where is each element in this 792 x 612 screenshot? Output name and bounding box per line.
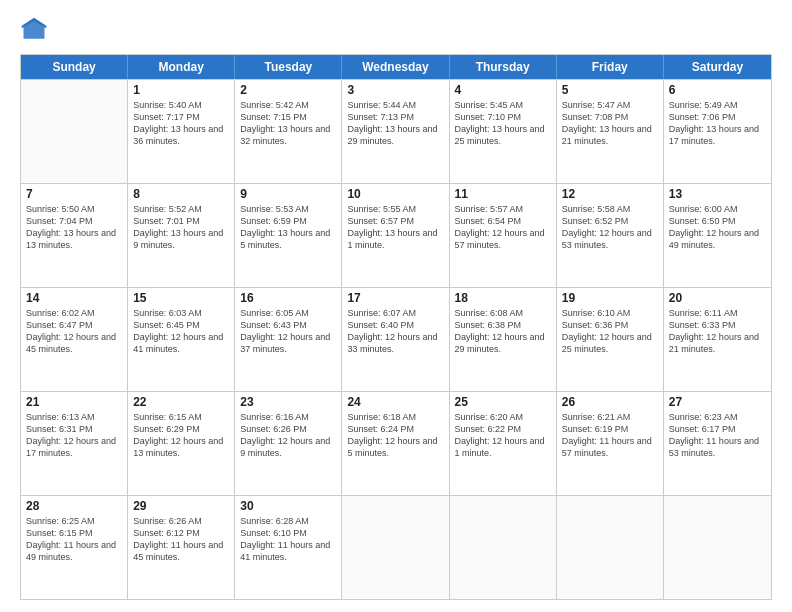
day-number: 13: [669, 187, 766, 201]
calendar-cell-r2c2: 8Sunrise: 5:52 AM Sunset: 7:01 PM Daylig…: [128, 184, 235, 287]
calendar-cell-r2c5: 11Sunrise: 5:57 AM Sunset: 6:54 PM Dayli…: [450, 184, 557, 287]
calendar-cell-r5c1: 28Sunrise: 6:25 AM Sunset: 6:15 PM Dayli…: [21, 496, 128, 599]
calendar-cell-r4c4: 24Sunrise: 6:18 AM Sunset: 6:24 PM Dayli…: [342, 392, 449, 495]
day-info: Sunrise: 6:21 AM Sunset: 6:19 PM Dayligh…: [562, 411, 658, 460]
day-info: Sunrise: 6:16 AM Sunset: 6:26 PM Dayligh…: [240, 411, 336, 460]
day-number: 26: [562, 395, 658, 409]
day-number: 14: [26, 291, 122, 305]
calendar-cell-r4c6: 26Sunrise: 6:21 AM Sunset: 6:19 PM Dayli…: [557, 392, 664, 495]
calendar-cell-r5c5: [450, 496, 557, 599]
calendar-cell-r5c6: [557, 496, 664, 599]
day-info: Sunrise: 6:15 AM Sunset: 6:29 PM Dayligh…: [133, 411, 229, 460]
header-day-sunday: Sunday: [21, 55, 128, 79]
day-info: Sunrise: 6:10 AM Sunset: 6:36 PM Dayligh…: [562, 307, 658, 356]
day-number: 23: [240, 395, 336, 409]
calendar-cell-r2c1: 7Sunrise: 5:50 AM Sunset: 7:04 PM Daylig…: [21, 184, 128, 287]
calendar-cell-r3c5: 18Sunrise: 6:08 AM Sunset: 6:38 PM Dayli…: [450, 288, 557, 391]
day-info: Sunrise: 5:57 AM Sunset: 6:54 PM Dayligh…: [455, 203, 551, 252]
logo-icon: [20, 16, 48, 44]
day-info: Sunrise: 6:20 AM Sunset: 6:22 PM Dayligh…: [455, 411, 551, 460]
day-info: Sunrise: 6:11 AM Sunset: 6:33 PM Dayligh…: [669, 307, 766, 356]
day-number: 1: [133, 83, 229, 97]
day-info: Sunrise: 6:26 AM Sunset: 6:12 PM Dayligh…: [133, 515, 229, 564]
day-number: 7: [26, 187, 122, 201]
day-info: Sunrise: 6:00 AM Sunset: 6:50 PM Dayligh…: [669, 203, 766, 252]
calendar-cell-r3c6: 19Sunrise: 6:10 AM Sunset: 6:36 PM Dayli…: [557, 288, 664, 391]
calendar-cell-r3c7: 20Sunrise: 6:11 AM Sunset: 6:33 PM Dayli…: [664, 288, 771, 391]
day-info: Sunrise: 6:23 AM Sunset: 6:17 PM Dayligh…: [669, 411, 766, 460]
calendar-cell-r3c4: 17Sunrise: 6:07 AM Sunset: 6:40 PM Dayli…: [342, 288, 449, 391]
calendar-header: SundayMondayTuesdayWednesdayThursdayFrid…: [21, 55, 771, 79]
day-info: Sunrise: 6:13 AM Sunset: 6:31 PM Dayligh…: [26, 411, 122, 460]
calendar: SundayMondayTuesdayWednesdayThursdayFrid…: [20, 54, 772, 600]
day-number: 27: [669, 395, 766, 409]
day-info: Sunrise: 5:58 AM Sunset: 6:52 PM Dayligh…: [562, 203, 658, 252]
day-number: 15: [133, 291, 229, 305]
day-number: 30: [240, 499, 336, 513]
day-info: Sunrise: 6:05 AM Sunset: 6:43 PM Dayligh…: [240, 307, 336, 356]
calendar-row-4: 21Sunrise: 6:13 AM Sunset: 6:31 PM Dayli…: [21, 391, 771, 495]
page: SundayMondayTuesdayWednesdayThursdayFrid…: [0, 0, 792, 612]
calendar-cell-r5c3: 30Sunrise: 6:28 AM Sunset: 6:10 PM Dayli…: [235, 496, 342, 599]
day-info: Sunrise: 5:40 AM Sunset: 7:17 PM Dayligh…: [133, 99, 229, 148]
day-number: 5: [562, 83, 658, 97]
day-number: 19: [562, 291, 658, 305]
header-day-tuesday: Tuesday: [235, 55, 342, 79]
day-number: 12: [562, 187, 658, 201]
day-number: 9: [240, 187, 336, 201]
calendar-cell-r3c1: 14Sunrise: 6:02 AM Sunset: 6:47 PM Dayli…: [21, 288, 128, 391]
header-day-saturday: Saturday: [664, 55, 771, 79]
day-number: 25: [455, 395, 551, 409]
day-info: Sunrise: 6:03 AM Sunset: 6:45 PM Dayligh…: [133, 307, 229, 356]
calendar-cell-r5c7: [664, 496, 771, 599]
day-info: Sunrise: 6:28 AM Sunset: 6:10 PM Dayligh…: [240, 515, 336, 564]
calendar-cell-r1c3: 2Sunrise: 5:42 AM Sunset: 7:15 PM Daylig…: [235, 80, 342, 183]
day-info: Sunrise: 6:07 AM Sunset: 6:40 PM Dayligh…: [347, 307, 443, 356]
day-number: 16: [240, 291, 336, 305]
header: [20, 16, 772, 44]
day-info: Sunrise: 5:42 AM Sunset: 7:15 PM Dayligh…: [240, 99, 336, 148]
header-day-monday: Monday: [128, 55, 235, 79]
calendar-cell-r4c3: 23Sunrise: 6:16 AM Sunset: 6:26 PM Dayli…: [235, 392, 342, 495]
calendar-cell-r3c3: 16Sunrise: 6:05 AM Sunset: 6:43 PM Dayli…: [235, 288, 342, 391]
day-info: Sunrise: 5:45 AM Sunset: 7:10 PM Dayligh…: [455, 99, 551, 148]
day-number: 4: [455, 83, 551, 97]
day-info: Sunrise: 6:18 AM Sunset: 6:24 PM Dayligh…: [347, 411, 443, 460]
calendar-row-1: 1Sunrise: 5:40 AM Sunset: 7:17 PM Daylig…: [21, 79, 771, 183]
calendar-cell-r3c2: 15Sunrise: 6:03 AM Sunset: 6:45 PM Dayli…: [128, 288, 235, 391]
day-number: 28: [26, 499, 122, 513]
calendar-cell-r1c2: 1Sunrise: 5:40 AM Sunset: 7:17 PM Daylig…: [128, 80, 235, 183]
day-info: Sunrise: 5:50 AM Sunset: 7:04 PM Dayligh…: [26, 203, 122, 252]
day-number: 11: [455, 187, 551, 201]
calendar-cell-r1c1: [21, 80, 128, 183]
day-info: Sunrise: 5:44 AM Sunset: 7:13 PM Dayligh…: [347, 99, 443, 148]
day-number: 21: [26, 395, 122, 409]
header-day-thursday: Thursday: [450, 55, 557, 79]
calendar-cell-r2c6: 12Sunrise: 5:58 AM Sunset: 6:52 PM Dayli…: [557, 184, 664, 287]
day-number: 8: [133, 187, 229, 201]
header-day-wednesday: Wednesday: [342, 55, 449, 79]
calendar-cell-r1c6: 5Sunrise: 5:47 AM Sunset: 7:08 PM Daylig…: [557, 80, 664, 183]
calendar-cell-r4c1: 21Sunrise: 6:13 AM Sunset: 6:31 PM Dayli…: [21, 392, 128, 495]
day-info: Sunrise: 5:49 AM Sunset: 7:06 PM Dayligh…: [669, 99, 766, 148]
calendar-cell-r4c5: 25Sunrise: 6:20 AM Sunset: 6:22 PM Dayli…: [450, 392, 557, 495]
calendar-cell-r5c2: 29Sunrise: 6:26 AM Sunset: 6:12 PM Dayli…: [128, 496, 235, 599]
day-info: Sunrise: 5:52 AM Sunset: 7:01 PM Dayligh…: [133, 203, 229, 252]
calendar-row-2: 7Sunrise: 5:50 AM Sunset: 7:04 PM Daylig…: [21, 183, 771, 287]
calendar-cell-r5c4: [342, 496, 449, 599]
calendar-cell-r1c4: 3Sunrise: 5:44 AM Sunset: 7:13 PM Daylig…: [342, 80, 449, 183]
day-number: 29: [133, 499, 229, 513]
day-number: 24: [347, 395, 443, 409]
day-info: Sunrise: 5:55 AM Sunset: 6:57 PM Dayligh…: [347, 203, 443, 252]
day-number: 6: [669, 83, 766, 97]
header-day-friday: Friday: [557, 55, 664, 79]
day-info: Sunrise: 5:53 AM Sunset: 6:59 PM Dayligh…: [240, 203, 336, 252]
day-number: 3: [347, 83, 443, 97]
day-number: 10: [347, 187, 443, 201]
svg-marker-0: [24, 20, 45, 39]
day-number: 2: [240, 83, 336, 97]
calendar-cell-r1c7: 6Sunrise: 5:49 AM Sunset: 7:06 PM Daylig…: [664, 80, 771, 183]
calendar-cell-r2c3: 9Sunrise: 5:53 AM Sunset: 6:59 PM Daylig…: [235, 184, 342, 287]
logo: [20, 16, 52, 44]
day-number: 22: [133, 395, 229, 409]
